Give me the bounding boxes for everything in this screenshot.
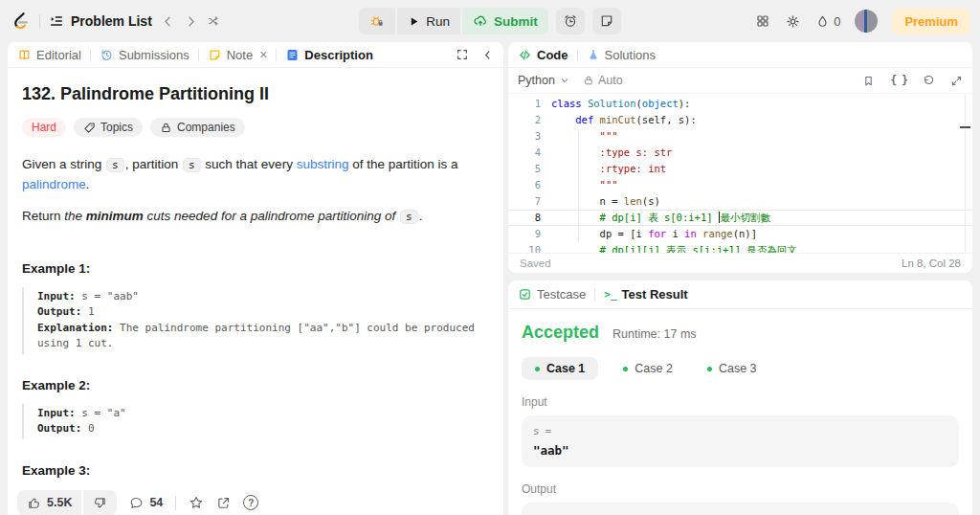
streak-count: 0 xyxy=(834,14,840,29)
tab-label: Description xyxy=(304,48,373,62)
topics-badge[interactable]: Topics xyxy=(74,118,143,137)
streak-counter[interactable]: 0 xyxy=(815,14,840,29)
flame-icon xyxy=(815,14,830,29)
problem-list-button[interactable]: Problem List xyxy=(49,13,152,29)
code-editor[interactable]: 1class Solution(object):2 def minCut(sel… xyxy=(508,94,972,253)
format-code-button[interactable]: { } xyxy=(890,74,907,87)
gear-icon xyxy=(785,13,801,30)
input-box[interactable]: s = "aab" xyxy=(522,415,959,467)
shuffle-icon xyxy=(207,13,222,29)
collapse-panel-button[interactable] xyxy=(481,49,494,61)
inline-link[interactable]: palindrome xyxy=(22,177,86,191)
code-icon xyxy=(518,48,532,62)
inline-link[interactable]: substring xyxy=(297,157,349,171)
code-toolbar: Python Auto { } xyxy=(508,68,972,94)
thumbs-up-icon xyxy=(27,496,41,510)
tab-label: Submissions xyxy=(119,48,189,62)
play-icon xyxy=(408,15,420,28)
text-segment xyxy=(395,209,399,223)
line-number: 7 xyxy=(508,193,541,210)
question-icon: ? xyxy=(243,495,258,510)
layout-switcher-button[interactable] xyxy=(755,13,770,29)
settings-button[interactable] xyxy=(785,13,801,30)
bookmark-icon xyxy=(862,75,875,87)
language-selector[interactable]: Python xyxy=(518,74,569,87)
tab-note[interactable]: Note × xyxy=(208,48,268,62)
tab-solutions[interactable]: Solutions xyxy=(587,48,656,62)
editor-scrollbar[interactable] xyxy=(965,94,966,253)
text-segment: of the partition is a xyxy=(348,157,457,171)
line-number: 9 xyxy=(508,226,541,242)
description-doc-icon xyxy=(285,48,300,62)
expand-panel-button[interactable] xyxy=(456,48,469,61)
notes-button[interactable] xyxy=(592,8,621,34)
case-tab-1[interactable]: Case 1 xyxy=(522,357,598,380)
run-button[interactable]: Run xyxy=(397,8,460,34)
divider xyxy=(276,49,277,61)
run-label: Run xyxy=(426,14,450,29)
tab-editorial[interactable]: Editorial xyxy=(17,48,81,62)
cursor-position[interactable]: Ln 8, Col 28 xyxy=(902,258,961,269)
comments-button[interactable]: 54 xyxy=(129,496,163,510)
verdict-label: Accepted xyxy=(522,323,599,343)
save-status: Saved xyxy=(520,258,551,269)
share-icon xyxy=(216,496,231,510)
shuffle-button[interactable] xyxy=(207,13,222,29)
tab-test-result[interactable]: >_ Test Result xyxy=(604,287,687,302)
problem-list-label: Problem List xyxy=(71,13,152,29)
case-dot-icon xyxy=(535,367,540,371)
code-line[interactable]: 2 def minCut(self, s): xyxy=(508,112,972,128)
chevron-left-icon xyxy=(481,49,494,61)
next-problem-button[interactable] xyxy=(184,14,198,29)
prev-problem-button[interactable] xyxy=(161,14,175,29)
line-number: 1 xyxy=(508,96,541,112)
tab-submissions[interactable]: Submissions xyxy=(100,48,189,62)
dislike-button[interactable] xyxy=(81,490,117,515)
premium-button[interactable]: Premium xyxy=(892,9,970,34)
difficulty-badge[interactable]: Hard xyxy=(22,118,66,137)
case-tab-2[interactable]: Case 2 xyxy=(613,357,682,380)
lock-icon xyxy=(160,122,172,134)
problem-list-icon xyxy=(49,13,64,29)
grid-layout-icon xyxy=(755,13,770,29)
bookmark-button[interactable] xyxy=(862,75,875,87)
leetcode-logo[interactable] xyxy=(10,11,31,32)
text-segment: cuts needed for a palindrome partitionin… xyxy=(144,209,395,223)
tab-testcase[interactable]: Testcase xyxy=(518,287,586,302)
code-panel: Code Solutions Python Auto xyxy=(508,42,972,273)
thumbs-down-icon xyxy=(93,496,107,510)
line-number: 5 xyxy=(508,161,541,177)
timer-button[interactable] xyxy=(556,8,585,34)
divider xyxy=(594,288,595,301)
reset-code-button[interactable] xyxy=(923,75,935,87)
companies-badge[interactable]: Companies xyxy=(150,118,245,137)
avatar[interactable] xyxy=(855,10,878,33)
text-segment: , partition xyxy=(125,157,182,171)
case-tab-3[interactable]: Case 3 xyxy=(698,357,767,380)
like-button[interactable]: 5.5K xyxy=(17,490,81,515)
code-line[interactable]: 10 # dp[i][j] 表示 s[i:j+1] 是否為回文 xyxy=(508,242,972,253)
test-tabbar: Testcase >_ Test Result xyxy=(508,280,972,309)
case-dot-icon xyxy=(623,367,628,371)
submit-button[interactable]: Submit xyxy=(462,8,548,34)
auto-indicator[interactable]: Auto xyxy=(583,74,623,87)
divider xyxy=(198,49,199,61)
editor-statusbar: Saved Ln 8, Col 28 xyxy=(508,253,972,273)
auto-label: Auto xyxy=(598,74,623,87)
close-icon[interactable]: × xyxy=(259,48,267,61)
favorite-button[interactable] xyxy=(189,495,204,510)
share-button[interactable] xyxy=(216,496,231,510)
line-number: 2 xyxy=(508,112,541,128)
expand-editor-button[interactable] xyxy=(950,75,963,87)
flask-icon xyxy=(587,48,600,61)
debug-button[interactable] xyxy=(359,8,395,34)
tab-description[interactable]: Description xyxy=(285,48,373,62)
code-line[interactable]: 1class Solution(object): xyxy=(508,96,972,112)
problem-title: 132. Palindrome Partitioning II xyxy=(22,84,489,104)
tab-code[interactable]: Code xyxy=(518,48,568,62)
example-row: Explanation: The palindrome partitioning… xyxy=(37,321,489,352)
example-row: Output: 0 xyxy=(37,421,489,437)
help-button[interactable]: ? xyxy=(243,495,258,510)
output-box[interactable]: 1 xyxy=(522,503,959,515)
divider xyxy=(175,496,176,510)
